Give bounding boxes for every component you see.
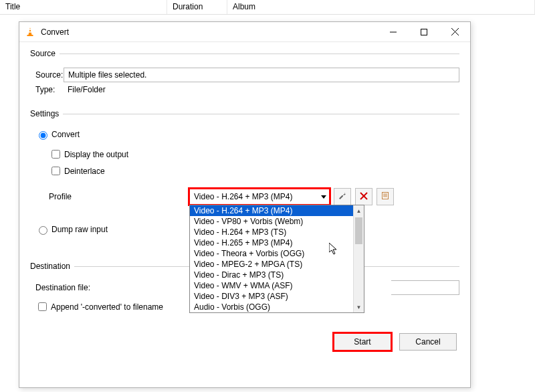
- profile-option[interactable]: Video - Dirac + MP3 (TS): [190, 270, 364, 280]
- append-converted-input[interactable]: [38, 302, 47, 311]
- profile-combobox[interactable]: Video - H.264 + MP3 (MP4): [189, 189, 330, 205]
- display-output-checkbox[interactable]: Display the output: [30, 148, 459, 161]
- minimize-button[interactable]: [378, 22, 409, 42]
- chevron-down-icon: [321, 192, 326, 201]
- display-output-label: Display the output: [64, 150, 128, 159]
- maximize-button[interactable]: [409, 22, 439, 42]
- column-duration[interactable]: Duration: [167, 0, 227, 14]
- source-input[interactable]: [64, 68, 459, 82]
- edit-profile-button[interactable]: [334, 188, 351, 205]
- close-button[interactable]: [439, 22, 470, 42]
- column-headers: Title Duration Album: [0, 0, 535, 15]
- deinterlace-input[interactable]: [51, 167, 60, 175]
- svg-rect-1: [29, 29, 31, 29]
- scroll-thumb[interactable]: [355, 217, 362, 244]
- settings-legend: Settings: [30, 109, 63, 118]
- display-output-input[interactable]: [51, 150, 60, 159]
- profile-selected-value: Video - H.264 + MP3 (MP4): [194, 192, 293, 201]
- convert-dialog: Convert Source Source: Type: File/Folder…: [19, 21, 471, 388]
- x-delete-icon: [360, 192, 368, 202]
- svg-rect-3: [27, 35, 33, 36]
- convert-radio-input[interactable]: [39, 131, 47, 140]
- svg-rect-2: [29, 31, 32, 33]
- source-group: Source Source: Type: File/Folder: [30, 49, 459, 100]
- start-button[interactable]: Start: [334, 333, 391, 351]
- dropdown-scrollbar[interactable]: ▲ ▼: [353, 205, 364, 312]
- vlc-cone-icon: [25, 27, 35, 37]
- dialog-title: Convert: [41, 27, 378, 37]
- svg-marker-8: [321, 195, 326, 199]
- profile-option[interactable]: Video - H.265 + MP3 (MP4): [190, 237, 364, 248]
- svg-marker-0: [29, 27, 32, 35]
- profile-option[interactable]: Video - VP80 + Vorbis (Webm): [190, 216, 364, 227]
- profile-option[interactable]: Video - DIV3 + MP3 (ASF): [190, 291, 364, 302]
- svg-rect-5: [421, 29, 427, 35]
- dump-raw-label: Dump raw input: [51, 225, 108, 234]
- delete-profile-button[interactable]: [355, 188, 372, 205]
- new-page-icon: [381, 191, 390, 202]
- type-value: File/Folder: [64, 85, 106, 94]
- deinterlace-label: Deinterlace: [64, 167, 105, 176]
- profile-label: Profile: [49, 192, 96, 201]
- convert-radio-label: Convert: [51, 130, 80, 139]
- profile-option[interactable]: Audio - Vorbis (OGG): [190, 302, 364, 312]
- settings-group: Settings Convert Display the output Dein…: [30, 109, 459, 252]
- titlebar[interactable]: Convert: [19, 22, 470, 42]
- column-album[interactable]: Album: [227, 0, 535, 14]
- destination-legend: Destination: [30, 262, 74, 271]
- append-converted-label: Append '-converted' to filename: [51, 302, 163, 312]
- column-title[interactable]: Title: [0, 0, 167, 14]
- profile-option[interactable]: Video - MPEG-2 + MPGA (TS): [190, 259, 364, 270]
- profile-option[interactable]: Video - H.264 + MP3 (TS): [190, 227, 364, 237]
- new-profile-button[interactable]: [377, 188, 394, 205]
- profile-option[interactable]: Video - WMV + WMA (ASF): [190, 280, 364, 291]
- dump-raw-input[interactable]: [39, 226, 47, 235]
- scroll-down-icon[interactable]: ▼: [354, 302, 364, 312]
- profile-option[interactable]: Video - Theora + Vorbis (OGG): [190, 248, 364, 259]
- scroll-up-icon[interactable]: ▲: [354, 205, 364, 216]
- profile-option[interactable]: Video - H.264 + MP3 (MP4): [190, 205, 364, 216]
- deinterlace-checkbox[interactable]: Deinterlace: [30, 165, 459, 177]
- cancel-button[interactable]: Cancel: [399, 333, 457, 351]
- wrench-icon: [338, 191, 347, 203]
- convert-radio[interactable]: Convert: [30, 129, 459, 140]
- source-label: Source:: [30, 70, 64, 80]
- destination-file-label: Destination file:: [35, 283, 102, 292]
- type-label: Type:: [30, 85, 64, 94]
- source-legend: Source: [30, 49, 60, 58]
- profile-dropdown-list[interactable]: Video - H.264 + MP3 (MP4) Video - VP80 +…: [189, 205, 364, 313]
- destination-file-input[interactable]: [391, 280, 459, 295]
